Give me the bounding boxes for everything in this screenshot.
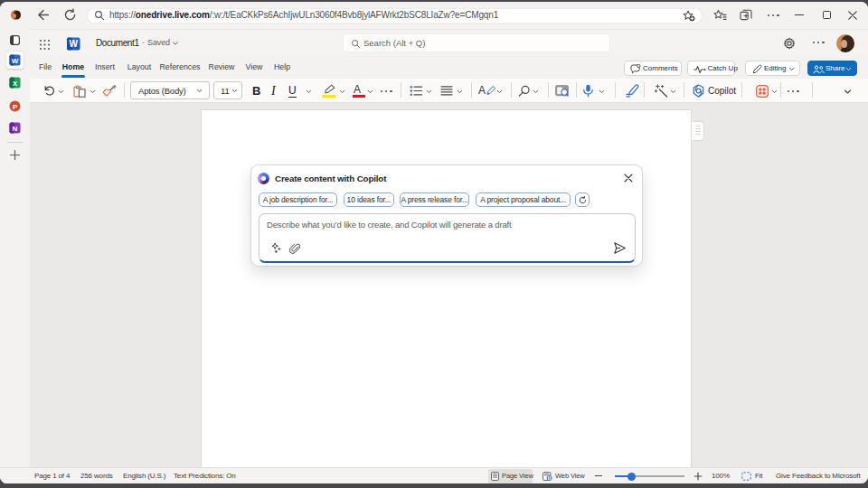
svg-text:W: W bbox=[70, 39, 79, 49]
svg-text:W: W bbox=[12, 57, 19, 65]
svg-text:X: X bbox=[13, 80, 18, 88]
svg-text:P: P bbox=[13, 103, 18, 111]
svg-text:N: N bbox=[13, 125, 18, 133]
